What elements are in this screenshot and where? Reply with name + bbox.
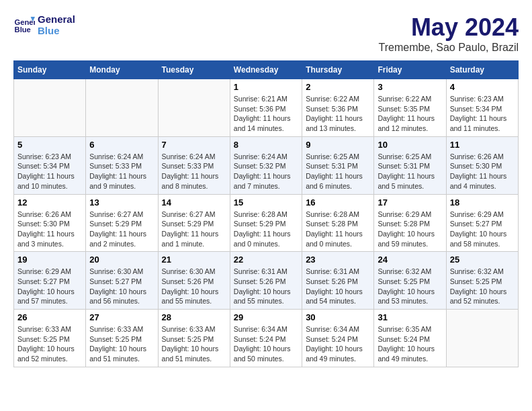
calendar-cell: 28Sunrise: 6:33 AMSunset: 5:25 PMDayligh… (158, 310, 230, 367)
col-header-tuesday: Tuesday (158, 61, 230, 79)
calendar-cell: 21Sunrise: 6:30 AMSunset: 5:26 PMDayligh… (158, 252, 230, 310)
logo-line1: General (38, 13, 75, 25)
calendar-cell: 22Sunrise: 6:31 AMSunset: 5:26 PMDayligh… (230, 252, 302, 310)
calendar-cell: 10Sunrise: 6:25 AMSunset: 5:31 PMDayligh… (374, 136, 446, 194)
calendar-cell (446, 310, 518, 367)
day-info: Sunrise: 6:26 AMSunset: 5:30 PMDaylight:… (17, 210, 82, 249)
calendar-cell: 19Sunrise: 6:29 AMSunset: 5:27 PMDayligh… (14, 252, 86, 310)
calendar-cell: 7Sunrise: 6:24 AMSunset: 5:33 PMDaylight… (158, 136, 230, 194)
calendar-cell: 30Sunrise: 6:34 AMSunset: 5:24 PMDayligh… (302, 310, 374, 367)
day-number: 31 (378, 312, 442, 322)
calendar-cell: 9Sunrise: 6:25 AMSunset: 5:31 PMDaylight… (302, 136, 374, 194)
day-info: Sunrise: 6:23 AMSunset: 5:34 PMDaylight:… (17, 152, 82, 191)
calendar-cell: 11Sunrise: 6:26 AMSunset: 5:30 PMDayligh… (446, 136, 518, 194)
calendar-cell: 23Sunrise: 6:31 AMSunset: 5:26 PMDayligh… (302, 252, 374, 310)
day-info: Sunrise: 6:24 AMSunset: 5:33 PMDaylight:… (89, 152, 154, 191)
day-info: Sunrise: 6:29 AMSunset: 5:28 PMDaylight:… (378, 210, 442, 249)
col-header-wednesday: Wednesday (230, 61, 302, 79)
day-info: Sunrise: 6:33 AMSunset: 5:25 PMDaylight:… (162, 324, 226, 364)
day-number: 20 (89, 255, 154, 265)
day-number: 10 (378, 140, 442, 150)
day-number: 15 (234, 197, 298, 208)
day-number: 26 (17, 312, 82, 322)
calendar-cell (86, 79, 158, 137)
day-number: 28 (162, 312, 226, 322)
day-number: 16 (306, 197, 370, 208)
calendar-cell (158, 79, 230, 137)
col-header-friday: Friday (374, 61, 446, 79)
calendar-cell: 12Sunrise: 6:26 AMSunset: 5:30 PMDayligh… (14, 194, 86, 252)
calendar-cell: 29Sunrise: 6:34 AMSunset: 5:24 PMDayligh… (230, 310, 302, 367)
day-info: Sunrise: 6:28 AMSunset: 5:28 PMDaylight:… (306, 210, 370, 249)
day-number: 4 (450, 82, 515, 92)
calendar-cell: 2Sunrise: 6:22 AMSunset: 5:36 PMDaylight… (302, 79, 374, 137)
day-number: 23 (306, 255, 370, 265)
day-number: 11 (450, 140, 515, 150)
day-info: Sunrise: 6:29 AMSunset: 5:27 PMDaylight:… (17, 267, 82, 306)
day-info: Sunrise: 6:32 AMSunset: 5:25 PMDaylight:… (378, 267, 442, 306)
day-info: Sunrise: 6:25 AMSunset: 5:31 PMDaylight:… (306, 152, 370, 191)
col-header-thursday: Thursday (302, 61, 374, 79)
day-number: 19 (17, 255, 82, 265)
day-info: Sunrise: 6:30 AMSunset: 5:26 PMDaylight:… (162, 267, 226, 306)
day-info: Sunrise: 6:24 AMSunset: 5:32 PMDaylight:… (234, 152, 298, 191)
calendar-cell: 13Sunrise: 6:27 AMSunset: 5:29 PMDayligh… (86, 194, 158, 252)
calendar-cell: 24Sunrise: 6:32 AMSunset: 5:25 PMDayligh… (374, 252, 446, 310)
logo-icon: General Blue (13, 14, 35, 36)
day-number: 27 (89, 312, 154, 322)
day-info: Sunrise: 6:31 AMSunset: 5:26 PMDaylight:… (306, 267, 370, 306)
day-number: 30 (306, 312, 370, 322)
calendar-cell: 14Sunrise: 6:27 AMSunset: 5:29 PMDayligh… (158, 194, 230, 252)
day-number: 5 (17, 140, 82, 150)
day-number: 22 (234, 255, 298, 265)
calendar-cell: 1Sunrise: 6:21 AMSunset: 5:36 PMDaylight… (230, 79, 302, 137)
calendar-cell: 16Sunrise: 6:28 AMSunset: 5:28 PMDayligh… (302, 194, 374, 252)
calendar-cell: 31Sunrise: 6:35 AMSunset: 5:24 PMDayligh… (374, 310, 446, 367)
day-number: 17 (378, 197, 442, 208)
calendar-cell: 15Sunrise: 6:28 AMSunset: 5:29 PMDayligh… (230, 194, 302, 252)
day-info: Sunrise: 6:32 AMSunset: 5:25 PMDaylight:… (450, 267, 515, 306)
calendar-cell: 20Sunrise: 6:30 AMSunset: 5:27 PMDayligh… (86, 252, 158, 310)
svg-text:Blue: Blue (15, 26, 31, 34)
logo: General Blue General Blue (13, 13, 75, 36)
calendar-cell: 5Sunrise: 6:23 AMSunset: 5:34 PMDaylight… (14, 136, 86, 194)
calendar-cell: 8Sunrise: 6:24 AMSunset: 5:32 PMDaylight… (230, 136, 302, 194)
calendar-cell: 6Sunrise: 6:24 AMSunset: 5:33 PMDaylight… (86, 136, 158, 194)
calendar-cell: 25Sunrise: 6:32 AMSunset: 5:25 PMDayligh… (446, 252, 518, 310)
day-info: Sunrise: 6:33 AMSunset: 5:25 PMDaylight:… (17, 324, 82, 364)
calendar-cell: 3Sunrise: 6:22 AMSunset: 5:35 PMDaylight… (374, 79, 446, 137)
day-info: Sunrise: 6:23 AMSunset: 5:34 PMDaylight:… (450, 94, 515, 134)
month-title: May 2024 (379, 13, 519, 42)
col-header-sunday: Sunday (14, 61, 86, 79)
day-number: 24 (378, 255, 442, 265)
title-block: May 2024 Tremembe, Sao Paulo, Brazil (379, 13, 519, 54)
day-info: Sunrise: 6:29 AMSunset: 5:27 PMDaylight:… (450, 210, 515, 249)
calendar-cell: 18Sunrise: 6:29 AMSunset: 5:27 PMDayligh… (446, 194, 518, 252)
day-number: 12 (17, 197, 82, 208)
day-number: 1 (234, 82, 298, 92)
day-info: Sunrise: 6:25 AMSunset: 5:31 PMDaylight:… (378, 152, 442, 191)
day-number: 9 (306, 140, 370, 150)
day-number: 21 (162, 255, 226, 265)
day-info: Sunrise: 6:35 AMSunset: 5:24 PMDaylight:… (378, 324, 442, 364)
calendar-header-row: SundayMondayTuesdayWednesdayThursdayFrid… (14, 61, 519, 79)
col-header-saturday: Saturday (446, 61, 518, 79)
calendar-cell: 17Sunrise: 6:29 AMSunset: 5:28 PMDayligh… (374, 194, 446, 252)
calendar-cell: 26Sunrise: 6:33 AMSunset: 5:25 PMDayligh… (14, 310, 86, 367)
day-number: 3 (378, 82, 442, 92)
day-number: 13 (89, 197, 154, 208)
day-info: Sunrise: 6:22 AMSunset: 5:36 PMDaylight:… (306, 94, 370, 134)
day-info: Sunrise: 6:24 AMSunset: 5:33 PMDaylight:… (162, 152, 226, 191)
day-number: 8 (234, 140, 298, 150)
calendar-cell (14, 79, 86, 137)
day-info: Sunrise: 6:28 AMSunset: 5:29 PMDaylight:… (234, 210, 298, 249)
day-info: Sunrise: 6:30 AMSunset: 5:27 PMDaylight:… (89, 267, 154, 306)
calendar-table: SundayMondayTuesdayWednesdayThursdayFrid… (13, 60, 519, 367)
day-info: Sunrise: 6:26 AMSunset: 5:30 PMDaylight:… (450, 152, 515, 191)
day-number: 7 (162, 140, 226, 150)
day-info: Sunrise: 6:33 AMSunset: 5:25 PMDaylight:… (89, 324, 154, 364)
day-info: Sunrise: 6:31 AMSunset: 5:26 PMDaylight:… (234, 267, 298, 306)
calendar-cell: 27Sunrise: 6:33 AMSunset: 5:25 PMDayligh… (86, 310, 158, 367)
day-info: Sunrise: 6:34 AMSunset: 5:24 PMDaylight:… (306, 324, 370, 364)
day-info: Sunrise: 6:34 AMSunset: 5:24 PMDaylight:… (234, 324, 298, 364)
